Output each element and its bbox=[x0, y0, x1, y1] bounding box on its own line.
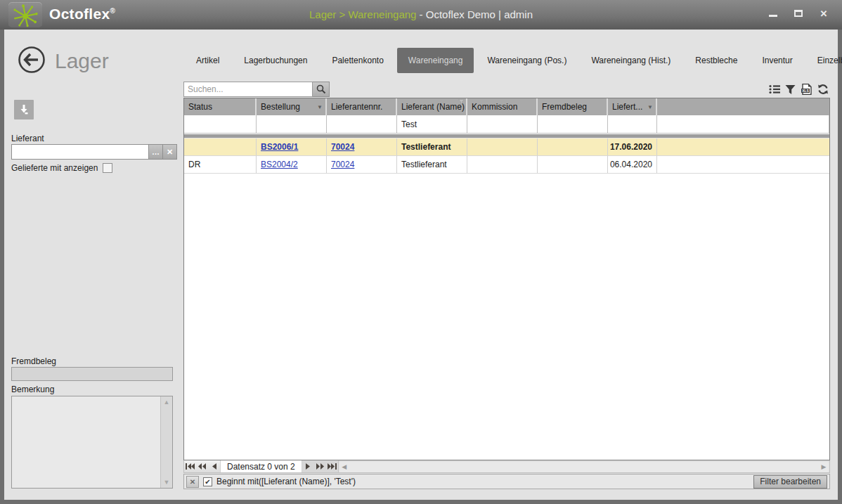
lieferantennr-link[interactable]: 70024 bbox=[331, 142, 354, 152]
tab-restbleche[interactable]: Restbleche bbox=[684, 48, 749, 73]
filter-button[interactable] bbox=[784, 83, 797, 96]
fremdbeleg-input[interactable] bbox=[11, 367, 173, 381]
search-input[interactable] bbox=[183, 82, 313, 97]
tab-palettenkonto[interactable]: Palettenkonto bbox=[320, 48, 394, 73]
column-header-kommission[interactable]: Kommission bbox=[467, 98, 538, 115]
minimize-button[interactable] bbox=[767, 8, 779, 18]
page-title: Lager bbox=[55, 49, 109, 73]
last-record-button[interactable] bbox=[326, 460, 338, 472]
grid-empty-area bbox=[184, 174, 829, 460]
scroll-up-icon[interactable]: ▲ bbox=[161, 396, 172, 408]
grid-tools: XLS bbox=[767, 83, 829, 96]
first-record-button[interactable] bbox=[184, 460, 196, 472]
gelieferte-checkbox[interactable] bbox=[103, 163, 112, 173]
tab-wareneingang-hist[interactable]: Wareneingang (Hist.) bbox=[580, 48, 682, 73]
close-button[interactable]: ✕ bbox=[818, 8, 829, 18]
export-xls-button[interactable]: XLS bbox=[800, 83, 813, 96]
table-row[interactable]: BS2006/1 70024 Testlieferant 17.06.2020 bbox=[184, 138, 829, 156]
cell-bestellung: BS2006/1 bbox=[257, 138, 327, 156]
next-record-button[interactable] bbox=[302, 460, 314, 472]
tab-artikel[interactable]: Artikel bbox=[185, 48, 231, 73]
scroll-down-icon[interactable]: ▼ bbox=[161, 477, 172, 488]
tab-lagerbuchungen[interactable]: Lagerbuchungen bbox=[233, 48, 318, 73]
filter-panel: ✕ ✔ Beginnt mit([Lieferant (Name)], 'Tes… bbox=[183, 474, 830, 489]
window-title: Lager > Wareneingang - Octoflex Demo | a… bbox=[309, 8, 533, 20]
table-row[interactable]: DR BS2004/2 70024 Testlieferant 06.04.20… bbox=[184, 156, 829, 174]
column-header-bestellung[interactable]: Bestellung▼ bbox=[257, 98, 327, 115]
cell-empty bbox=[657, 156, 829, 174]
filter-cell-empty[interactable] bbox=[657, 115, 829, 134]
lieferant-browse-button[interactable]: … bbox=[149, 144, 163, 160]
filter-cell-lieferantennr[interactable] bbox=[327, 115, 397, 134]
tab-wareneingang[interactable]: Wareneingang bbox=[397, 48, 474, 73]
filter-icon bbox=[785, 84, 796, 95]
cell-lieferantennr: 70024 bbox=[327, 138, 397, 156]
column-chooser-button[interactable] bbox=[767, 83, 781, 96]
filter-cell-lieferant-name[interactable]: Test bbox=[397, 115, 467, 134]
filter-cell-kommission[interactable] bbox=[467, 115, 538, 134]
scroll-right-icon[interactable]: ▶ bbox=[818, 463, 829, 470]
cell-lieferant-name: Testlieferant bbox=[397, 138, 467, 156]
search-button[interactable] bbox=[313, 82, 330, 97]
tab-inventur[interactable]: Inventur bbox=[751, 48, 803, 73]
grid-toolbar: XLS bbox=[183, 82, 829, 97]
filter-cell-bestellung[interactable] bbox=[257, 115, 327, 134]
bemerkung-label: Bemerkung bbox=[11, 385, 54, 394]
cell-status bbox=[184, 138, 257, 156]
cell-fremdbeleg bbox=[538, 138, 608, 156]
cell-status: DR bbox=[184, 156, 257, 174]
lieferant-clear-button[interactable]: ✕ bbox=[163, 144, 177, 160]
sidebar: Lager Lieferant … ✕ Gelieferte mit anzei… bbox=[4, 30, 179, 500]
prev-page-icon bbox=[198, 463, 206, 470]
close-icon: ✕ bbox=[820, 9, 828, 18]
cell-lieferant-name: Testlieferant bbox=[397, 156, 467, 174]
column-header-lieferant-name[interactable]: Lieferant (Name) bbox=[397, 98, 467, 115]
back-button[interactable] bbox=[17, 45, 46, 75]
last-record-icon bbox=[328, 463, 337, 470]
prev-page-button[interactable] bbox=[196, 460, 208, 472]
wareneingang-grid: Status Bestellung▼ Lieferantennr. Liefer… bbox=[183, 98, 830, 460]
column-header-status[interactable]: Status bbox=[184, 98, 257, 115]
tab-wareneingang-pos[interactable]: Wareneingang (Pos.) bbox=[476, 48, 578, 73]
record-navigator: Datensatz 0 von 2 ◀ ▶ bbox=[183, 460, 830, 473]
bestellung-link[interactable]: BS2004/2 bbox=[261, 160, 298, 169]
filter-cell-status[interactable] bbox=[184, 115, 257, 134]
filter-cell-fremdbeleg[interactable] bbox=[538, 115, 608, 134]
column-header-liefertermin[interactable]: Liefert...▼ bbox=[608, 98, 657, 115]
horizontal-scrollbar[interactable]: ◀ ▶ bbox=[338, 460, 829, 472]
refresh-button[interactable] bbox=[816, 83, 829, 96]
tab-einzelbestaende[interactable]: Einzelbestände bbox=[806, 48, 842, 73]
prev-record-icon bbox=[212, 463, 216, 470]
filter-cell-liefertermin[interactable] bbox=[608, 115, 657, 134]
lieferant-input[interactable] bbox=[11, 144, 149, 160]
lieferant-label: Lieferant bbox=[11, 134, 44, 143]
bemerkung-scrollbar[interactable]: ▲ ▼ bbox=[160, 396, 172, 488]
filter-enabled-checkbox[interactable]: ✔ bbox=[203, 477, 212, 486]
column-chooser-icon bbox=[769, 84, 780, 94]
sort-arrow-icon[interactable]: ▼ bbox=[647, 104, 653, 110]
grid-filter-row: Test bbox=[184, 115, 829, 134]
maximize-button[interactable] bbox=[793, 8, 804, 18]
next-record-icon bbox=[306, 463, 310, 470]
tab-strip: Artikel Lagerbuchungen Palettenkonto War… bbox=[185, 48, 842, 73]
download-button[interactable] bbox=[14, 100, 34, 119]
prev-record-button[interactable] bbox=[208, 460, 220, 472]
octoflex-logo-icon bbox=[8, 2, 42, 27]
lieferantennr-link[interactable]: 70024 bbox=[331, 160, 354, 169]
cell-liefertermin: 06.04.2020 bbox=[608, 156, 657, 174]
export-xls-icon: XLS bbox=[801, 84, 812, 95]
sort-arrow-icon[interactable]: ▼ bbox=[317, 104, 323, 110]
fremdbeleg-label: Fremdbeleg bbox=[11, 356, 56, 366]
column-header-lieferantennr[interactable]: Lieferantennr. bbox=[327, 98, 397, 115]
app-window: Octoflex® Lager > Wareneingang - Octofle… bbox=[0, 0, 842, 504]
next-page-button[interactable] bbox=[314, 460, 326, 472]
gelieferte-label: Gelieferte mit anzeigen bbox=[11, 163, 98, 173]
column-header-fremdbeleg[interactable]: Fremdbeleg bbox=[538, 98, 608, 115]
bestellung-link[interactable]: BS2006/1 bbox=[261, 142, 298, 152]
record-count-label: Datensatz 0 von 2 bbox=[220, 460, 302, 472]
main-area: Artikel Lagerbuchungen Palettenkonto War… bbox=[179, 30, 838, 500]
filter-close-button[interactable]: ✕ bbox=[186, 476, 199, 488]
bemerkung-textarea[interactable]: ▲ ▼ bbox=[11, 396, 173, 489]
scroll-left-icon[interactable]: ◀ bbox=[339, 463, 350, 470]
filter-edit-button[interactable]: Filter bearbeiten bbox=[753, 475, 827, 489]
